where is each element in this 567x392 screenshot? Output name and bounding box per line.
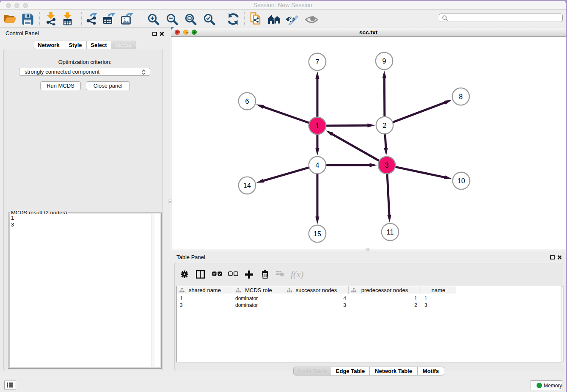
svg-text:4: 4 <box>316 162 319 169</box>
svg-text:7: 7 <box>316 58 319 66</box>
svg-text:8: 8 <box>459 93 463 100</box>
svg-text:15: 15 <box>314 230 321 237</box>
svg-text:1: 1 <box>316 122 319 130</box>
svg-text:9: 9 <box>383 58 386 65</box>
svg-text:11: 11 <box>387 229 394 236</box>
svg-text:3: 3 <box>385 162 389 169</box>
svg-text:10: 10 <box>457 177 465 185</box>
svg-text:14: 14 <box>243 182 251 189</box>
svg-text:2: 2 <box>383 122 387 129</box>
svg-text:6: 6 <box>245 98 249 105</box>
